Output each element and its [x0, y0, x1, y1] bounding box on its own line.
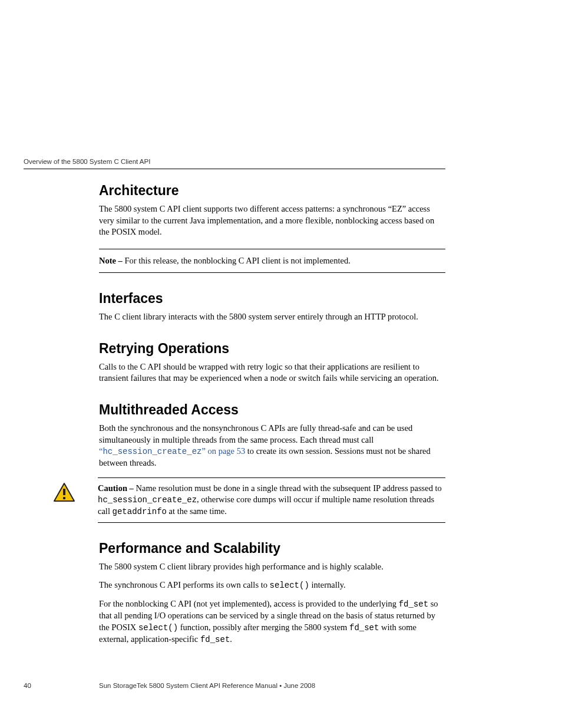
caution-code-1: hc_session_create_ez: [98, 495, 197, 505]
svg-rect-1: [63, 489, 65, 495]
svg-rect-2: [63, 497, 65, 499]
heading-interfaces: Interfaces: [99, 291, 445, 307]
caution-code-2: getaddrinfo: [113, 507, 167, 516]
heading-retrying-operations: Retrying Operations: [99, 341, 445, 357]
document-page: Overview of the 5800 System C Client API…: [0, 0, 562, 728]
caution-text-c: at the same time.: [167, 506, 227, 516]
caution-label: Caution –: [98, 483, 135, 493]
perf2-code-4: fd_set: [200, 635, 230, 644]
performance-paragraph-2: For the nonblocking C API (not yet imple…: [99, 598, 445, 645]
caution-row: Caution – Name resolution must be done i…: [53, 477, 445, 523]
heading-performance: Performance and Scalability: [99, 541, 445, 556]
session-create-code: hc_session_create_ez: [103, 447, 201, 456]
perf1-text-b: internally.: [309, 580, 346, 589]
note-label: Note –: [99, 256, 125, 265]
retrying-paragraph: Calls to the C API should be wrapped wit…: [99, 361, 445, 384]
running-header: Overview of the 5800 System C Client API: [24, 158, 445, 169]
perf2-code-1: fd_set: [399, 599, 428, 609]
caution-box: Caution – Name resolution must be done i…: [98, 477, 445, 523]
note-box: Note – For this release, the nonblocking…: [99, 249, 445, 274]
performance-paragraph-0: The 5800 system C client library provide…: [99, 561, 445, 573]
caution-icon: [53, 482, 75, 505]
page-footer: 40Sun StorageTek 5800 System Client API …: [24, 682, 445, 689]
link-quote-close: ” on page 53: [201, 446, 245, 456]
multithreaded-paragraph: Both the synchronous and the nonsynchron…: [99, 423, 445, 469]
performance-paragraph-1: The synchronous C API performs its own c…: [99, 579, 445, 591]
interfaces-paragraph: The C client library interacts with the …: [99, 311, 445, 323]
footer-doc-title: Sun StorageTek 5800 System Client API Re…: [99, 682, 315, 689]
perf2-code-3: fd_set: [349, 623, 379, 633]
perf2-text-a: For the nonblocking C API (not yet imple…: [99, 599, 399, 608]
running-header-text: Overview of the 5800 System C Client API: [24, 158, 150, 165]
perf2-text-c: function, possibly after merging the 580…: [178, 622, 349, 632]
page-content: Architecture The 5800 system C API clien…: [99, 158, 445, 645]
heading-architecture: Architecture: [99, 183, 445, 199]
page-number: 40: [24, 682, 99, 689]
heading-multithreaded-access: Multithreaded Access: [99, 402, 445, 418]
perf2-text-e: .: [230, 634, 232, 644]
caution-text-a: Name resolution must be done in a single…: [135, 483, 441, 493]
perf2-code-2: select(): [138, 623, 178, 633]
perf1-text-a: The synchronous C API performs its own c…: [99, 580, 270, 589]
session-create-link[interactable]: “hc_session_create_ez” on page 53: [99, 446, 245, 456]
architecture-paragraph: The 5800 system C API client supports tw…: [99, 203, 445, 238]
note-text: For this release, the nonblocking C API …: [125, 256, 351, 265]
multithreaded-text-a: Both the synchronous and the nonsynchron…: [99, 423, 412, 444]
perf1-code: select(): [270, 581, 309, 590]
